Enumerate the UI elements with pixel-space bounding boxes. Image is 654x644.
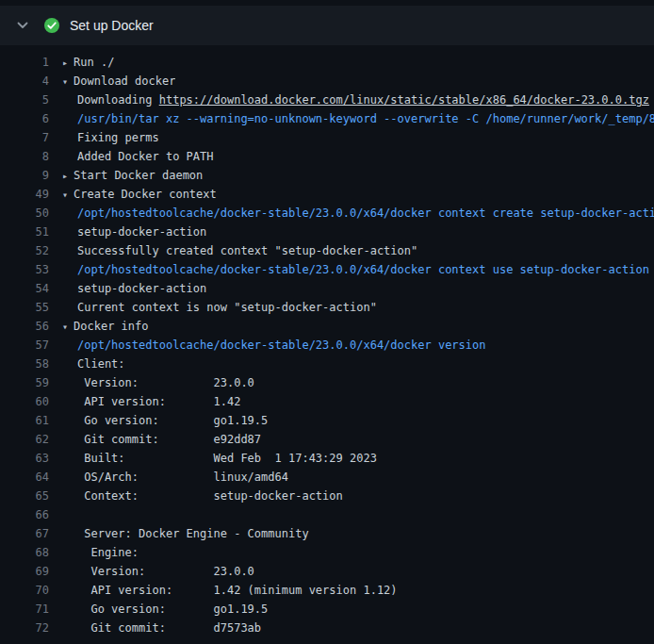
log-line[interactable]: 6/usr/bin/tar xz --warning=no-unknown-ke… (0, 109, 654, 128)
log-text: Client: (77, 357, 125, 371)
log-line[interactable]: 58Client: (0, 355, 654, 373)
log-text: Docker info (74, 320, 148, 333)
log-line-content: OS/Arch: linux/amd64 (49, 468, 288, 487)
log-text: Run ./ (74, 56, 114, 69)
line-number[interactable]: 7 (0, 128, 49, 147)
group-header-content: ▸Run ./ (49, 53, 114, 72)
line-number[interactable]: 1 (0, 53, 49, 72)
log-text: Server: Docker Engine - Community (77, 527, 309, 540)
log-text: Download docker (74, 74, 175, 88)
expand-group-icon[interactable]: ▸ (62, 54, 68, 72)
line-number[interactable]: 50 (0, 204, 49, 223)
line-number[interactable]: 8 (0, 147, 49, 166)
log-line[interactable]: 56▾Docker info (0, 317, 654, 336)
log-line[interactable]: 1▸Run ./ (0, 53, 654, 72)
line-number[interactable]: 51 (0, 223, 49, 241)
log-line-content: Git commit: e92dd87 (49, 430, 261, 449)
line-number[interactable]: 55 (0, 298, 49, 317)
log-text: Git commit: d7573ab (77, 621, 261, 635)
log-link[interactable]: https://download.docker.com/linux/static… (159, 93, 649, 107)
log-line[interactable]: 57/opt/hostedtoolcache/docker-stable/23.… (0, 336, 654, 355)
log-line[interactable]: 7Fixing perms (0, 128, 654, 147)
log-text: setup-docker-action (77, 225, 206, 239)
line-number[interactable]: 49 (0, 185, 49, 204)
log-line[interactable]: 61 Go version: go1.19.5 (0, 411, 654, 430)
line-number[interactable]: 4 (0, 72, 49, 91)
line-number[interactable]: 63 (0, 449, 49, 468)
log-line-content: setup-docker-action (49, 223, 206, 241)
line-number[interactable]: 53 (0, 260, 49, 279)
log-line[interactable]: 59 Version: 23.0.0 (0, 373, 654, 392)
log-line[interactable]: 9▸Start Docker daemon (0, 166, 654, 185)
collapse-group-icon[interactable]: ▾ (62, 73, 68, 91)
log-line[interactable]: 66 (0, 505, 654, 524)
log-text: Create Docker context (74, 188, 217, 201)
chevron-down-icon[interactable] (15, 18, 30, 33)
line-number[interactable]: 57 (0, 336, 49, 355)
log-line[interactable]: 71 Go version: go1.19.5 (0, 600, 654, 619)
log-container: 1▸Run ./4▾Download docker5Downloading ht… (0, 45, 654, 637)
collapse-group-icon[interactable]: ▾ (62, 186, 68, 204)
collapse-group-icon[interactable]: ▾ (62, 318, 68, 336)
log-line[interactable]: 69 Version: 23.0.0 (0, 562, 654, 581)
log-text: Engine: (77, 546, 139, 559)
expand-group-icon[interactable]: ▸ (62, 167, 68, 185)
line-number[interactable]: 64 (0, 468, 49, 487)
group-header-content: ▸Start Docker daemon (49, 166, 203, 185)
log-line[interactable]: 52Successfully created context "setup-do… (0, 241, 654, 260)
log-text: Built: Wed Feb 1 17:43:29 2023 (77, 452, 377, 465)
line-number[interactable]: 5 (0, 91, 49, 109)
log-line-content: Built: Wed Feb 1 17:43:29 2023 (49, 449, 377, 468)
log-line-content: Version: 23.0.0 (49, 373, 254, 392)
line-number[interactable]: 60 (0, 392, 49, 411)
log-line-content: Client: (49, 355, 125, 373)
log-line[interactable]: 62 Git commit: e92dd87 (0, 430, 654, 449)
log-line[interactable]: 60 API version: 1.42 (0, 392, 654, 411)
line-number[interactable]: 62 (0, 430, 49, 449)
line-number[interactable]: 61 (0, 411, 49, 430)
line-number[interactable]: 68 (0, 543, 49, 562)
log-text: Current context is now "setup-docker-act… (77, 301, 377, 314)
log-line-content: Current context is now "setup-docker-act… (49, 298, 377, 317)
log-line[interactable]: 49▾Create Docker context (0, 185, 654, 204)
command-text: /opt/hostedtoolcache/docker-stable/23.0.… (77, 206, 654, 220)
log-text: Added Docker to PATH (77, 150, 214, 163)
line-number[interactable]: 52 (0, 241, 49, 260)
log-line[interactable]: 50/opt/hostedtoolcache/docker-stable/23.… (0, 204, 654, 223)
log-text: Fixing perms (77, 131, 159, 144)
line-number[interactable]: 67 (0, 524, 49, 543)
log-line[interactable]: 53/opt/hostedtoolcache/docker-stable/23.… (0, 260, 654, 279)
log-line-content: /opt/hostedtoolcache/docker-stable/23.0.… (49, 204, 654, 223)
log-line[interactable]: 64 OS/Arch: linux/amd64 (0, 468, 654, 487)
line-number[interactable]: 71 (0, 600, 49, 619)
line-number[interactable]: 70 (0, 581, 49, 600)
line-number[interactable]: 66 (0, 505, 49, 524)
log-line[interactable]: 72 Git commit: d7573ab (0, 619, 654, 637)
log-line[interactable]: 63 Built: Wed Feb 1 17:43:29 2023 (0, 449, 654, 468)
log-line[interactable]: 8Added Docker to PATH (0, 147, 654, 166)
group-header-content: ▾Docker info (49, 317, 149, 336)
line-number[interactable]: 65 (0, 487, 49, 505)
log-line[interactable]: 65 Context: setup-docker-action (0, 487, 654, 505)
log-line[interactable]: 70 API version: 1.42 (minimum version 1.… (0, 581, 654, 600)
log-line[interactable]: 5Downloading https://download.docker.com… (0, 91, 654, 109)
line-number[interactable]: 9 (0, 166, 49, 185)
log-line-content: Added Docker to PATH (49, 147, 214, 166)
line-number[interactable]: 69 (0, 562, 49, 581)
log-line[interactable]: 4▾Download docker (0, 72, 654, 91)
log-line[interactable]: 55Current context is now "setup-docker-a… (0, 298, 654, 317)
log-line[interactable]: 51setup-docker-action (0, 223, 654, 241)
line-number[interactable]: 58 (0, 355, 49, 373)
line-number[interactable]: 54 (0, 279, 49, 298)
log-line[interactable]: 54setup-docker-action (0, 279, 654, 298)
log-line-content: Engine: (49, 543, 139, 562)
step-header[interactable]: Set up Docker (0, 6, 654, 45)
line-number[interactable]: 56 (0, 317, 49, 336)
log-text: Successfully created context "setup-dock… (77, 244, 417, 257)
log-line[interactable]: 67 Server: Docker Engine - Community (0, 524, 654, 543)
line-number[interactable]: 72 (0, 619, 49, 637)
line-number[interactable]: 6 (0, 109, 49, 128)
line-number[interactable]: 59 (0, 373, 49, 392)
log-line[interactable]: 68 Engine: (0, 543, 654, 562)
log-text: Go version: go1.19.5 (77, 603, 268, 616)
